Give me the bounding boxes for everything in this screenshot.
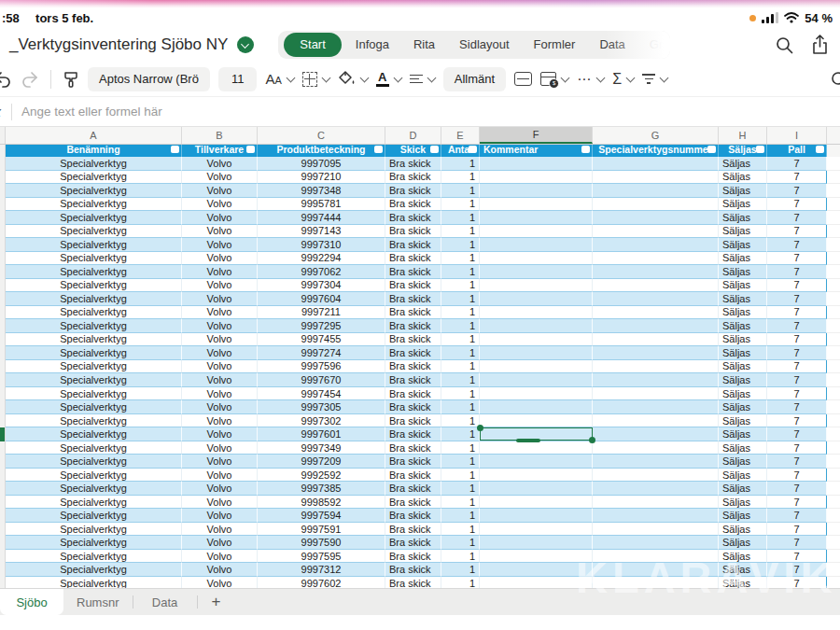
column-letter-C[interactable]: C — [258, 127, 385, 144]
font-name-select[interactable]: Aptos Narrow (Brö — [88, 67, 210, 91]
cell-skick[interactable]: Bra skick — [385, 455, 441, 469]
cell-outside-table[interactable] — [827, 509, 840, 523]
cell-outside-table[interactable] — [827, 252, 840, 266]
cell-benamning[interactable]: Specialverktyg — [6, 469, 182, 483]
cell-benamning[interactable]: Specialverktyg — [6, 238, 182, 252]
cell-tillverkare[interactable]: Volvo — [182, 414, 258, 428]
cell-specialverktygsnummer[interactable] — [593, 414, 719, 428]
cell-specialverktygsnummer[interactable] — [593, 225, 719, 239]
filter-dropdown-icon[interactable] — [707, 146, 716, 153]
cell-pall[interactable]: 7 — [767, 550, 827, 564]
cell-antal[interactable]: 1 — [441, 496, 480, 510]
cell-c_value[interactable]: 9995781 — [258, 198, 385, 212]
cell-kommentar[interactable] — [480, 279, 593, 293]
cell-c_value[interactable]: 9992294 — [258, 252, 385, 266]
workbook-title[interactable]: _Verktygsinventering Sjöbo NY — [9, 35, 228, 54]
cell-saljas[interactable]: Säljas — [719, 279, 767, 293]
cell-pall[interactable]: 7 — [767, 563, 827, 577]
cell-outside-table[interactable] — [827, 496, 840, 510]
cell-benamning[interactable]: Specialverktyg — [6, 509, 182, 523]
format-painter-button[interactable] — [63, 71, 79, 88]
cell-benamning[interactable]: Specialverktyg — [6, 333, 182, 347]
cell-pall[interactable]: 7 — [767, 469, 827, 483]
cell-saljas[interactable]: Säljas — [719, 225, 767, 239]
cell-tillverkare[interactable]: Volvo — [182, 319, 258, 333]
cell-benamning[interactable]: Specialverktyg — [6, 306, 182, 320]
cell-skick[interactable]: Bra skick — [385, 306, 441, 320]
cell-benamning[interactable]: Specialverktyg — [6, 198, 182, 212]
cell-pall[interactable]: 7 — [767, 171, 827, 185]
cell-kommentar[interactable] — [480, 346, 593, 360]
cell-specialverktygsnummer[interactable] — [593, 157, 719, 171]
cell-kommentar[interactable] — [480, 400, 593, 414]
cell-saljas[interactable]: Säljas — [719, 427, 767, 441]
find-button[interactable] — [830, 70, 840, 89]
cell-pall[interactable]: 7 — [767, 292, 827, 306]
alignment-button[interactable] — [410, 75, 435, 84]
cell-tillverkare[interactable]: Volvo — [182, 333, 258, 347]
font-size-select[interactable]: 11 — [218, 67, 258, 91]
cell-specialverktygsnummer[interactable] — [593, 265, 719, 279]
cell-kommentar[interactable] — [480, 482, 593, 496]
cell-c_value[interactable]: 9997454 — [258, 387, 385, 401]
cell-c_value[interactable]: 9997210 — [258, 171, 385, 185]
cell-tillverkare[interactable]: Volvo — [182, 306, 258, 320]
cell-c_value[interactable]: 9997590 — [258, 536, 385, 550]
cell-outside-table[interactable] — [827, 346, 840, 360]
cell-skick[interactable]: Bra skick — [385, 360, 441, 374]
active-cell-selection[interactable] — [480, 427, 593, 441]
cell-tillverkare[interactable]: Volvo — [182, 346, 258, 360]
cell-benamning[interactable]: Specialverktyg — [6, 373, 182, 387]
cell-outside-table[interactable] — [827, 455, 840, 469]
cell-antal[interactable]: 1 — [441, 427, 480, 441]
cell-saljas[interactable]: Säljas — [719, 265, 767, 279]
cell-pall[interactable]: 7 — [767, 211, 827, 225]
cell-antal[interactable]: 1 — [441, 550, 480, 564]
cell-specialverktygsnummer[interactable] — [593, 360, 719, 374]
column-letter-F[interactable]: F — [480, 127, 593, 144]
number-format-select[interactable]: Allmänt — [443, 67, 506, 91]
column-letter-next[interactable] — [827, 127, 840, 144]
cell-benamning[interactable]: Specialverktyg — [6, 455, 182, 469]
cell-benamning[interactable]: Specialverktyg — [6, 482, 182, 496]
cell-specialverktygsnummer[interactable] — [593, 346, 719, 360]
cell-tillverkare[interactable]: Volvo — [182, 455, 258, 469]
cell-skick[interactable]: Bra skick — [385, 319, 441, 333]
cell-c_value[interactable]: 9997601 — [258, 427, 385, 441]
filter-dropdown-icon[interactable] — [430, 146, 439, 153]
cell-kommentar[interactable] — [480, 373, 593, 387]
cell-tillverkare[interactable]: Volvo — [182, 184, 258, 198]
header-benamning[interactable]: Benämning — [6, 145, 182, 157]
cell-c_value[interactable]: 9997209 — [258, 455, 385, 469]
cell-outside-table[interactable] — [827, 414, 840, 428]
cell-specialverktygsnummer[interactable] — [593, 496, 719, 510]
cell-kommentar[interactable] — [480, 414, 593, 428]
cell-saljas[interactable]: Säljas — [719, 360, 767, 374]
cell-specialverktygsnummer[interactable] — [593, 373, 719, 387]
cell-specialverktygsnummer[interactable] — [593, 536, 719, 550]
selection-handle-top-left[interactable] — [477, 425, 483, 431]
cell-benamning[interactable]: Specialverktyg — [6, 550, 182, 564]
cell-specialverktygsnummer[interactable] — [593, 469, 719, 483]
cell-pall[interactable]: 7 — [767, 387, 827, 401]
cell-specialverktygsnummer[interactable] — [593, 279, 719, 293]
cell-antal[interactable]: 1 — [441, 387, 480, 401]
filter-dropdown-icon[interactable] — [246, 146, 255, 153]
cell-pall[interactable]: 7 — [767, 279, 827, 293]
cell-pall[interactable]: 7 — [767, 306, 827, 320]
cell-pall[interactable]: 7 — [767, 184, 827, 198]
column-letter-E[interactable]: E — [441, 127, 480, 144]
cell-benamning[interactable]: Specialverktyg — [6, 400, 182, 414]
cell-specialverktygsnummer[interactable] — [593, 211, 719, 225]
cell-antal[interactable]: 1 — [441, 333, 480, 347]
cell-saljas[interactable]: Säljas — [719, 319, 767, 333]
cell-skick[interactable]: Bra skick — [385, 292, 441, 306]
search-icon[interactable] — [775, 35, 794, 55]
cell-skick[interactable]: Bra skick — [385, 482, 441, 496]
cell-c_value[interactable]: 9997143 — [258, 225, 385, 239]
cell-pall[interactable]: 7 — [767, 333, 827, 347]
cell-saljas[interactable]: Säljas — [719, 441, 767, 455]
cell-outside-table[interactable] — [827, 441, 840, 455]
cell-skick[interactable]: Bra skick — [385, 252, 441, 266]
cell-kommentar[interactable] — [480, 184, 593, 198]
